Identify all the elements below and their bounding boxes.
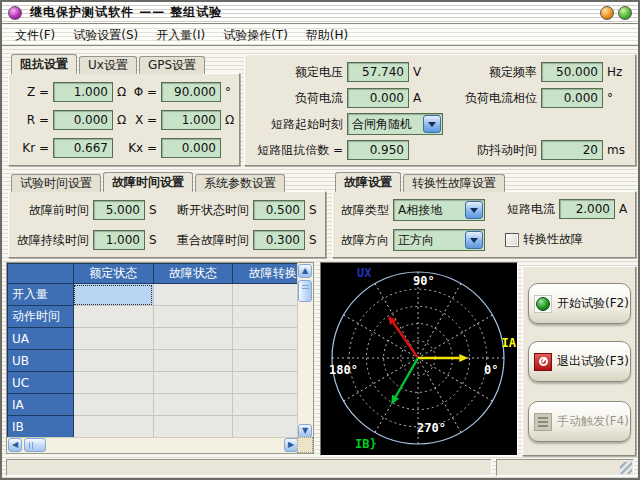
- title-bar[interactable]: 继电保护测试软件 —— 整组试验: [2, 2, 638, 24]
- tab-ux-settings[interactable]: Ux设置: [79, 56, 137, 74]
- table-cell[interactable]: [73, 394, 153, 416]
- menu-binary-input[interactable]: 开入量(I): [147, 25, 214, 46]
- fault-duration-input[interactable]: 1.000: [93, 230, 145, 250]
- scroll-down-icon[interactable]: ▼: [298, 424, 312, 438]
- rated-voltage-unit: V: [413, 65, 421, 79]
- tab-convertible-fault-settings[interactable]: 转换性故障设置: [403, 174, 505, 192]
- load-current-phase-label: 负荷电流相位: [427, 90, 537, 107]
- chevron-down-icon[interactable]: [465, 231, 483, 249]
- rated-frequency-label: 额定频率: [427, 64, 537, 81]
- table-cell[interactable]: [73, 350, 153, 372]
- convertible-fault-checkbox[interactable]: [505, 233, 519, 247]
- rated-frequency-unit: Hz: [607, 65, 622, 79]
- table-cell[interactable]: [153, 372, 233, 394]
- x-input[interactable]: 1.000: [161, 110, 221, 130]
- table-column-header[interactable]: 故障状态: [153, 264, 233, 284]
- pre-fault-time-input[interactable]: 5.000: [93, 200, 145, 220]
- impedance-multiple-input[interactable]: 0.950: [347, 140, 409, 160]
- load-current-phase-unit: °: [607, 91, 613, 105]
- vertical-scrollbar[interactable]: ▲ ▼: [297, 263, 313, 439]
- io-state-table: 额定状态故障状态故障转换开入量动作时间UAUBUCIAIBIC: [7, 263, 313, 454]
- table-row: 动作时间: [8, 306, 313, 328]
- menu-bar: 文件(F) 试验设置(S) 开入量(I) 试验操作(T) 帮助(H): [2, 25, 638, 46]
- table-cell[interactable]: [73, 372, 153, 394]
- reclose-fault-time-input[interactable]: 0.300: [253, 230, 305, 250]
- scroll-right-icon[interactable]: ▶: [284, 438, 298, 452]
- fault-type-label: 故障类型: [339, 202, 389, 219]
- table-row-header[interactable]: 开入量: [8, 284, 74, 306]
- short-circuit-start-dropdown[interactable]: 合闸角随机: [347, 113, 443, 135]
- fault-type-dropdown[interactable]: A相接地: [393, 199, 485, 221]
- z-label: Z =: [15, 85, 49, 99]
- menu-help[interactable]: 帮助(H): [297, 25, 357, 46]
- scroll-up-icon[interactable]: ▲: [298, 264, 312, 278]
- axis-label-0: 0°: [484, 363, 498, 377]
- table-cell[interactable]: [73, 306, 153, 328]
- start-test-button[interactable]: 开始试验(F2): [528, 283, 631, 324]
- table-row-header[interactable]: IA: [8, 394, 74, 416]
- convertible-fault-label: 转换性故障: [523, 231, 583, 248]
- table-row-header[interactable]: UB: [8, 350, 74, 372]
- fault-direction-dropdown[interactable]: 正方向: [393, 229, 485, 251]
- table-cell[interactable]: [153, 350, 233, 372]
- short-circuit-start-label: 短路起始时刻: [249, 116, 343, 133]
- rated-voltage-input[interactable]: 57.740: [347, 62, 409, 82]
- short-circuit-current-unit: A: [619, 202, 627, 216]
- exit-power-icon: [534, 353, 552, 371]
- horizontal-scrollbar[interactable]: ◀ ▶: [7, 437, 299, 453]
- short-circuit-current-input[interactable]: 2.000: [559, 199, 615, 219]
- table-cell[interactable]: [73, 416, 153, 438]
- menu-file[interactable]: 文件(F): [6, 25, 64, 46]
- menu-test-operation[interactable]: 试验操作(T): [214, 25, 297, 46]
- close-orb-icon[interactable]: [618, 6, 632, 20]
- chevron-down-icon[interactable]: [465, 201, 483, 219]
- table-corner-header[interactable]: [8, 264, 74, 284]
- table-row: IB: [8, 416, 313, 438]
- r-input[interactable]: 0.000: [53, 110, 113, 130]
- tab-system-parameter-settings[interactable]: 系统参数设置: [195, 174, 285, 192]
- rated-frequency-input[interactable]: 50.000: [541, 62, 603, 82]
- vertical-scroll-thumb[interactable]: [298, 280, 312, 302]
- table-row-header[interactable]: IB: [8, 416, 74, 438]
- table-cell[interactable]: [153, 416, 233, 438]
- scroll-left-icon[interactable]: ◀: [8, 438, 22, 452]
- horizontal-scroll-thumb[interactable]: [24, 438, 46, 452]
- table-cell[interactable]: [153, 306, 233, 328]
- table-cell[interactable]: [153, 328, 233, 350]
- tab-fault-time-settings[interactable]: 故障时间设置: [103, 172, 193, 192]
- kr-input[interactable]: 0.667: [53, 138, 113, 158]
- fault-type-value: A相接地: [394, 202, 464, 219]
- z-input[interactable]: 1.000: [53, 82, 113, 102]
- axis-label-90: 90°: [413, 274, 435, 288]
- status-bar-left: [6, 459, 492, 476]
- table-row-header[interactable]: 动作时间: [8, 306, 74, 328]
- tab-gps-settings[interactable]: GPS设置: [139, 56, 205, 74]
- chevron-down-icon[interactable]: [423, 115, 441, 133]
- table-row-header[interactable]: UC: [8, 372, 74, 394]
- resize-grip[interactable]: [620, 462, 632, 474]
- table-column-header[interactable]: 额定状态: [73, 264, 153, 284]
- load-current-input[interactable]: 0.000: [347, 88, 409, 108]
- table-cell[interactable]: [73, 284, 153, 306]
- debounce-time-input[interactable]: 20: [541, 140, 603, 160]
- table-cell[interactable]: [153, 284, 233, 306]
- table-cell[interactable]: [153, 394, 233, 416]
- time-tab-strip: 试验时间设置 故障时间设置 系统参数设置: [11, 173, 285, 192]
- menu-test-settings[interactable]: 试验设置(S): [64, 25, 147, 46]
- tab-fault-settings[interactable]: 故障设置: [335, 172, 401, 192]
- exit-test-button[interactable]: 退出试验(F3): [528, 341, 631, 382]
- table-row-header[interactable]: UA: [8, 328, 74, 350]
- phi-input[interactable]: 90.000: [161, 82, 221, 102]
- load-current-phase-input[interactable]: 0.000: [541, 88, 603, 108]
- open-state-time-input[interactable]: 0.500: [253, 200, 305, 220]
- minimize-orb-icon[interactable]: [600, 6, 614, 20]
- pre-fault-time-label: 故障前时间: [15, 202, 89, 219]
- app-icon[interactable]: [8, 6, 22, 20]
- kr-label: Kr =: [15, 141, 49, 155]
- actions-panel: 开始试验(F2) 退出试验(F3) 手动触发(F4): [522, 266, 636, 456]
- kx-input[interactable]: 0.000: [161, 138, 221, 158]
- table-cell[interactable]: [73, 328, 153, 350]
- table-row: UB: [8, 350, 313, 372]
- tab-impedance-settings[interactable]: 阻抗设置: [11, 54, 77, 74]
- tab-test-time-settings[interactable]: 试验时间设置: [11, 174, 101, 192]
